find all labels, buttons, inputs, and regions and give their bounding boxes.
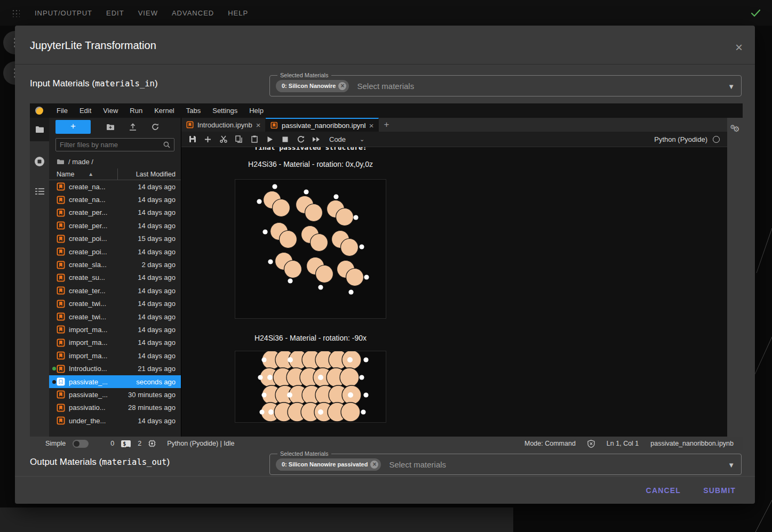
- sidebar-item-file-browser[interactable]: [30, 118, 49, 141]
- material-chip[interactable]: 0: Silicon Nanowire ×: [276, 80, 349, 92]
- output-materials-select[interactable]: Selected Materials 0: Silicon Nanowire p…: [269, 454, 742, 475]
- material-chip[interactable]: 0: Silicon Nanowire passivated ×: [276, 458, 381, 471]
- menu-item-view[interactable]: VIEW: [138, 9, 158, 17]
- sidebar-item-table-of-contents[interactable]: [30, 180, 49, 203]
- file-browser-toolbar: +: [49, 118, 181, 136]
- kernel-running-dot: [52, 367, 56, 370]
- restart-run-all-button[interactable]: [308, 133, 324, 146]
- file-name: Introductio...: [69, 365, 123, 373]
- kernel-indicator[interactable]: Python (Pyodide): [654, 135, 724, 143]
- simple-mode-label: Simple: [45, 440, 66, 447]
- file-row[interactable]: import_ma... 14 days ago: [49, 336, 181, 349]
- notebook-file-icon: [57, 300, 65, 308]
- file-modified: 15 days ago: [123, 235, 181, 243]
- file-modified: 2 days ago: [123, 261, 181, 269]
- new-folder-button[interactable]: [99, 120, 122, 134]
- terminal-icon: $_: [121, 440, 131, 447]
- menu-item-view[interactable]: View: [97, 107, 124, 115]
- file-row[interactable]: create_sla... 2 days ago: [49, 258, 181, 271]
- cut-cells-button[interactable]: [216, 133, 231, 146]
- stop-kernel-button[interactable]: [277, 133, 293, 146]
- menu-item-edit[interactable]: Edit: [74, 107, 97, 115]
- refresh-button[interactable]: [144, 120, 166, 134]
- file-row[interactable]: create_na... 14 days ago: [49, 180, 181, 193]
- kernel-status-text[interactable]: Python (Pyodide) | Idle: [167, 440, 234, 447]
- tab-label: passivate_nanoribbon.ipynb: [282, 122, 365, 130]
- file-row[interactable]: under_the... 14 days ago: [49, 414, 181, 427]
- file-row[interactable]: create_twi... 14 days ago: [49, 310, 181, 323]
- scissors-icon: [220, 135, 227, 143]
- file-row[interactable]: create_ter... 14 days ago: [49, 284, 181, 297]
- restart-kernel-button[interactable]: [293, 133, 308, 146]
- copy-cells-button[interactable]: [231, 133, 246, 146]
- new-tab-button[interactable]: +: [379, 118, 394, 132]
- tab-label: Introduction.ipynb: [197, 121, 252, 129]
- tab-passivate-nanoribbon-ipynb[interactable]: passivate_nanoribbon.ipynb ×: [266, 118, 379, 132]
- column-header-name[interactable]: Name ▲: [49, 168, 118, 180]
- menu-item-input-output[interactable]: INPUT/OUTPUT: [35, 9, 92, 17]
- chevron-down-icon[interactable]: ▼: [728, 83, 735, 91]
- notebook-file-icon: [57, 325, 65, 334]
- chip-remove-icon[interactable]: ×: [370, 461, 378, 469]
- menu-item-kernel[interactable]: Kernel: [148, 107, 180, 115]
- cancel-button[interactable]: CANCEL: [639, 482, 689, 499]
- run-cell-button[interactable]: [262, 133, 277, 146]
- tab-close-icon[interactable]: ×: [256, 120, 261, 130]
- input-materials-select[interactable]: Selected Materials 0: Silicon Nanowire ×…: [269, 75, 742, 96]
- home-folder-icon: [57, 159, 64, 165]
- cell-type-select[interactable]: Code ⌄: [329, 135, 364, 143]
- new-launcher-button[interactable]: +: [55, 120, 91, 134]
- file-row[interactable]: create_twi... 14 days ago: [49, 297, 181, 310]
- terminals-count[interactable]: 0: [110, 440, 114, 447]
- file-row[interactable]: Introductio... 21 days ago: [49, 362, 181, 375]
- simple-mode-toggle[interactable]: [73, 440, 89, 448]
- structure-image-rotation-0: [235, 180, 386, 318]
- paste-cells-button[interactable]: [246, 133, 262, 146]
- menu-item-settings[interactable]: Settings: [206, 107, 243, 115]
- file-row[interactable]: create_poi... 15 days ago: [49, 232, 181, 245]
- menu-item-file[interactable]: File: [51, 107, 74, 115]
- notebook-file-icon: [57, 235, 65, 243]
- file-row[interactable]: passivate_... 30 minutes ago: [49, 388, 181, 401]
- notebook-content[interactable]: final passivated structure: H24Si36 - Ma…: [181, 147, 727, 437]
- menu-item-run[interactable]: Run: [124, 107, 148, 115]
- sidebar-item-running-kernels[interactable]: [30, 150, 49, 173]
- dialog-close-icon[interactable]: ×: [731, 41, 746, 55]
- file-row[interactable]: passivate_... seconds ago: [49, 375, 181, 388]
- save-button[interactable]: [185, 133, 200, 146]
- menu-item-help[interactable]: Help: [243, 107, 269, 115]
- kernels-count[interactable]: 2: [138, 440, 141, 447]
- file-row[interactable]: create_poi... 14 days ago: [49, 245, 181, 258]
- file-row[interactable]: create_per... 14 days ago: [49, 219, 181, 232]
- file-row[interactable]: create_su... 14 days ago: [49, 271, 181, 284]
- upload-button[interactable]: [122, 120, 144, 134]
- menu-item-edit[interactable]: EDIT: [106, 9, 124, 17]
- insert-cell-button[interactable]: [200, 133, 216, 146]
- trust-shield-icon[interactable]: [587, 440, 595, 448]
- settings-gears-icon[interactable]: ⚙⚙: [729, 124, 740, 132]
- file-filter-input[interactable]: [60, 141, 163, 149]
- chip-remove-icon[interactable]: ×: [338, 82, 346, 90]
- app-grid-icon[interactable]: [12, 9, 20, 17]
- breadcrumb[interactable]: / made /: [49, 155, 181, 168]
- input-materials-label-text: Input Materials (: [30, 78, 95, 88]
- file-modified: 14 days ago: [123, 196, 181, 204]
- file-row[interactable]: create_per... 14 days ago: [49, 206, 181, 219]
- tab-close-icon[interactable]: ×: [369, 121, 374, 130]
- file-row[interactable]: import_ma... 14 days ago: [49, 323, 181, 336]
- cursor-position[interactable]: Ln 1, Col 1: [607, 440, 639, 447]
- background-panel: [0, 507, 513, 532]
- menu-item-tabs[interactable]: Tabs: [180, 107, 206, 115]
- file-list: create_na... 14 days ago create_na... 14…: [49, 180, 181, 437]
- chevron-down-icon[interactable]: ▼: [728, 461, 735, 469]
- file-row[interactable]: passivatio... 28 minutes ago: [49, 401, 181, 414]
- menu-item-advanced[interactable]: ADVANCED: [172, 9, 214, 17]
- submit-button[interactable]: SUBMIT: [696, 482, 743, 499]
- file-row[interactable]: create_na... 14 days ago: [49, 193, 181, 206]
- column-header-modified[interactable]: Last Modified: [118, 171, 181, 178]
- file-row[interactable]: import_ma... 14 days ago: [49, 349, 181, 362]
- tab-introduction-ipynb[interactable]: Introduction.ipynb ×: [181, 118, 266, 132]
- notebook-file-icon: [57, 312, 65, 321]
- menu-item-help[interactable]: HELP: [228, 9, 248, 17]
- mode-indicator[interactable]: Mode: Command: [524, 440, 576, 447]
